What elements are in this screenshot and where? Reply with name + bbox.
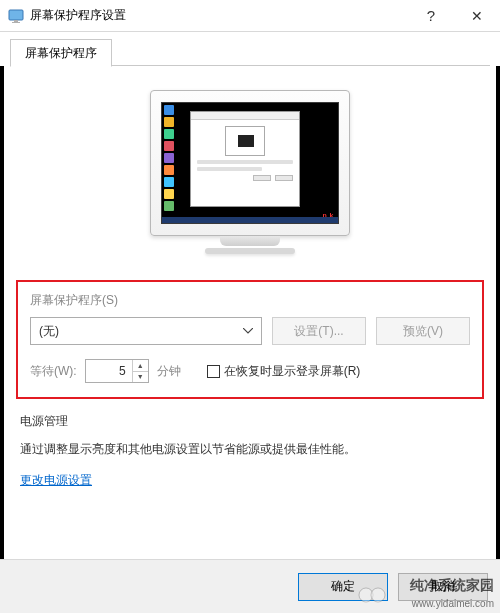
power-desc: 通过调整显示亮度和其他电源设置以节省能源或提供最佳性能。 (20, 440, 480, 458)
spinner-down-icon[interactable]: ▼ (133, 372, 148, 383)
resume-login-checkbox[interactable]: 在恢复时显示登录屏幕(R) (207, 363, 361, 380)
screensaver-group-label: 屏幕保护程序(S) (30, 292, 470, 309)
wait-input[interactable] (86, 360, 132, 382)
svg-rect-1 (14, 20, 18, 22)
titlebar: 屏幕保护程序设置 ? ✕ (0, 0, 500, 32)
ok-button[interactable]: 确定 (298, 573, 388, 601)
tab-screensaver[interactable]: 屏幕保护程序 (10, 39, 112, 67)
svg-rect-0 (9, 10, 23, 20)
settings-button: 设置(T)... (272, 317, 366, 345)
power-settings-link[interactable]: 更改电源设置 (20, 473, 92, 487)
dropdown-value: (无) (39, 323, 59, 340)
monitor-preview: n k (12, 90, 488, 260)
checkbox-label: 在恢复时显示登录屏幕(R) (224, 363, 361, 380)
screensaver-group: 屏幕保护程序(S) (无) 设置(T)... 预览(V) 等待(W): ▲ (16, 280, 484, 399)
help-button[interactable]: ? (408, 0, 454, 32)
power-section: 电源管理 通过调整显示亮度和其他电源设置以节省能源或提供最佳性能。 更改电源设置 (20, 413, 480, 489)
spinner-up-icon[interactable]: ▲ (133, 360, 148, 372)
wait-unit: 分钟 (157, 363, 181, 380)
cancel-button[interactable]: 取消 (398, 573, 488, 601)
bottom-bar: 确定 取消 (0, 559, 500, 613)
preview-button: 预览(V) (376, 317, 470, 345)
power-title: 电源管理 (20, 413, 480, 430)
close-button[interactable]: ✕ (454, 0, 500, 32)
chevron-down-icon (243, 328, 253, 334)
svg-rect-2 (12, 22, 20, 23)
wait-label: 等待(W): (30, 363, 77, 380)
screensaver-dropdown[interactable]: (无) (30, 317, 262, 345)
content-area: n k 屏幕保护程序(S) (无) 设置(T)... 预览(V) (0, 66, 500, 559)
app-icon (8, 8, 24, 24)
checkbox-box-icon (207, 365, 220, 378)
window-title: 屏幕保护程序设置 (30, 7, 408, 24)
tabstrip: 屏幕保护程序 (10, 38, 490, 66)
wait-spinner[interactable]: ▲ ▼ (85, 359, 149, 383)
